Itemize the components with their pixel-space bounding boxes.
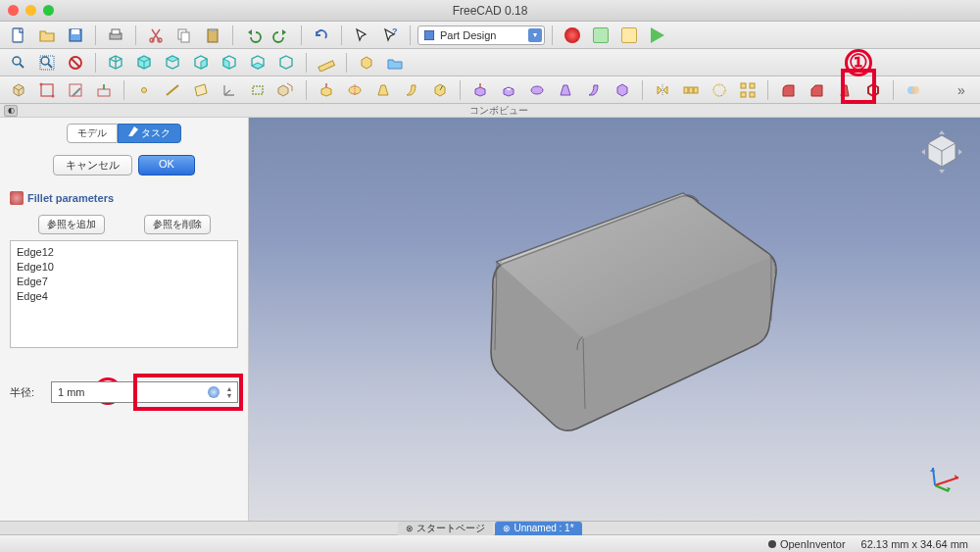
window-controls [8, 5, 54, 16]
svg-rect-17 [318, 60, 335, 71]
add-ref-button[interactable]: 参照を追加 [38, 215, 105, 234]
sub-loft-button[interactable] [553, 78, 578, 102]
help-button[interactable]: ? [377, 24, 403, 47]
open-file-button[interactable] [34, 24, 60, 47]
zoom-all-button[interactable] [34, 51, 60, 75]
draw-style-button[interactable] [63, 51, 88, 75]
list-item[interactable]: Edge4 [17, 289, 231, 304]
view-iso-button[interactable] [103, 51, 128, 75]
sweep-button[interactable] [399, 78, 424, 102]
groove-button[interactable] [524, 78, 550, 102]
measure-button[interactable] [314, 51, 339, 75]
dock-toggle-button[interactable]: ◐ [4, 105, 18, 117]
callout-1-badge: ① [845, 49, 872, 76]
undo-button[interactable] [240, 24, 266, 47]
spinner-buttons[interactable]: ▲▼ [223, 385, 235, 399]
map-sketch-button[interactable] [91, 78, 117, 102]
datum-cs-button[interactable] [217, 78, 242, 102]
more-tools-button[interactable]: » [949, 78, 974, 102]
zoom-window-icon[interactable] [43, 5, 54, 16]
view-rear-button[interactable] [217, 51, 242, 75]
tab-start-page[interactable]: ⊗スタートページ [398, 522, 493, 535]
copy-button[interactable] [172, 24, 197, 47]
expression-icon[interactable] [208, 386, 220, 398]
macro-stop-button[interactable] [588, 24, 613, 47]
multitransform-button[interactable] [735, 78, 760, 102]
datum-point-button[interactable] [131, 78, 157, 102]
edit-sketch-button[interactable] [63, 78, 88, 102]
draft-button[interactable] [832, 78, 858, 102]
macro-record-button[interactable] [560, 24, 585, 47]
list-item[interactable]: Edge10 [17, 260, 231, 275]
sub-sweep-button[interactable] [581, 78, 607, 102]
tab-model[interactable]: モデル [67, 124, 118, 143]
view-top-button[interactable] [160, 51, 185, 75]
cursor-button[interactable] [349, 24, 374, 47]
tab-unnamed-doc[interactable]: ⊗Unnamed : 1* [495, 522, 581, 535]
group-button[interactable] [382, 51, 408, 75]
polar-pattern-button[interactable] [707, 78, 732, 102]
macro-play-button[interactable] [645, 24, 670, 47]
sub-primitive-button[interactable] [610, 78, 635, 102]
mirror-button[interactable] [650, 78, 675, 102]
zoom-fit-button[interactable] [6, 51, 31, 75]
view-bottom-button[interactable] [245, 51, 270, 75]
svg-point-31 [718, 83, 721, 86]
combo-view-panel: モデル タスク キャンセル OK Fillet parameters 参照を追加… [0, 118, 249, 521]
nav-cube[interactable] [917, 127, 966, 176]
paste-button[interactable] [200, 24, 225, 47]
svg-rect-12 [424, 30, 433, 39]
list-item[interactable]: Edge12 [17, 245, 231, 260]
radius-input[interactable]: 1 mm ▲▼ [51, 381, 238, 403]
edge-list[interactable]: Edge12 Edge10 Edge7 Edge4 [10, 240, 238, 348]
svg-rect-37 [750, 92, 755, 97]
thickness-button[interactable] [860, 78, 886, 102]
cut-button[interactable] [143, 24, 169, 47]
close-icon[interactable]: ⊗ [503, 522, 511, 535]
boolean-button[interactable] [901, 78, 926, 102]
minimize-window-icon[interactable] [25, 5, 36, 16]
3d-viewport[interactable] [249, 118, 980, 521]
list-item[interactable]: Edge7 [17, 275, 231, 289]
svg-point-23 [142, 87, 147, 92]
pad-button[interactable] [314, 78, 339, 102]
svg-point-32 [723, 90, 726, 93]
workbench-selector[interactable]: Part Design ▾ [417, 25, 545, 45]
hole-button[interactable] [496, 78, 521, 102]
cancel-button[interactable]: キャンセル [53, 155, 132, 176]
toolbar-file: ? Part Design ▾ [0, 22, 980, 49]
part-button[interactable] [354, 51, 379, 75]
save-button[interactable] [63, 24, 88, 47]
shapebinder-button[interactable] [245, 78, 270, 102]
datum-line-button[interactable] [160, 78, 185, 102]
sketch-button[interactable] [34, 78, 60, 102]
model-3d [409, 154, 820, 468]
view-left-button[interactable] [273, 51, 299, 75]
close-icon[interactable]: ⊗ [406, 522, 414, 535]
chamfer-button[interactable] [804, 78, 829, 102]
print-button[interactable] [103, 24, 128, 47]
new-file-button[interactable] [6, 24, 31, 47]
loft-button[interactable] [370, 78, 396, 102]
view-front-button[interactable] [131, 51, 157, 75]
revolution-button[interactable] [342, 78, 368, 102]
tab-task[interactable]: タスク [118, 124, 181, 143]
ok-button[interactable]: OK [138, 155, 195, 176]
datum-plane-button[interactable] [188, 78, 214, 102]
clone-button[interactable] [273, 78, 299, 102]
redo-button[interactable] [269, 24, 294, 47]
linear-pattern-button[interactable] [678, 78, 704, 102]
close-window-icon[interactable] [8, 5, 19, 16]
fillet-button[interactable] [775, 78, 801, 102]
additive-helix-button[interactable] [427, 78, 453, 102]
comboview-header: ◐ コンボビュー [0, 104, 980, 118]
pocket-button[interactable] [467, 78, 493, 102]
svg-rect-8 [181, 32, 189, 42]
remove-ref-button[interactable]: 参照を削除 [144, 215, 211, 234]
refresh-button[interactable] [309, 24, 334, 47]
svg-rect-35 [750, 83, 755, 88]
svg-point-20 [52, 94, 55, 97]
macro-edit-button[interactable] [616, 24, 642, 47]
body-button[interactable] [6, 78, 31, 102]
view-right-button[interactable] [188, 51, 214, 75]
